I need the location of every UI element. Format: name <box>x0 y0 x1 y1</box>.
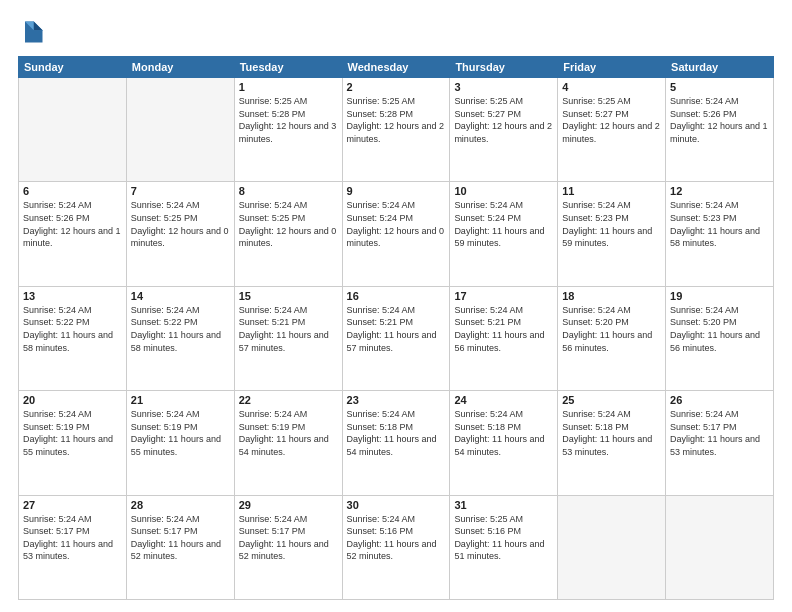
day-number: 13 <box>23 290 122 302</box>
calendar-cell <box>19 78 127 182</box>
day-info: Sunrise: 5:24 AM Sunset: 5:17 PM Dayligh… <box>23 513 122 563</box>
day-info: Sunrise: 5:24 AM Sunset: 5:26 PM Dayligh… <box>23 199 122 249</box>
calendar-cell: 13Sunrise: 5:24 AM Sunset: 5:22 PM Dayli… <box>19 286 127 390</box>
day-number: 23 <box>347 394 446 406</box>
day-info: Sunrise: 5:24 AM Sunset: 5:22 PM Dayligh… <box>131 304 230 354</box>
weekday-header-saturday: Saturday <box>666 57 774 78</box>
day-number: 4 <box>562 81 661 93</box>
calendar-cell: 29Sunrise: 5:24 AM Sunset: 5:17 PM Dayli… <box>234 495 342 599</box>
calendar-cell: 9Sunrise: 5:24 AM Sunset: 5:24 PM Daylig… <box>342 182 450 286</box>
day-number: 19 <box>670 290 769 302</box>
calendar-cell <box>126 78 234 182</box>
weekday-header-monday: Monday <box>126 57 234 78</box>
day-number: 10 <box>454 185 553 197</box>
day-info: Sunrise: 5:25 AM Sunset: 5:27 PM Dayligh… <box>454 95 553 145</box>
day-info: Sunrise: 5:24 AM Sunset: 5:25 PM Dayligh… <box>131 199 230 249</box>
day-info: Sunrise: 5:25 AM Sunset: 5:28 PM Dayligh… <box>239 95 338 145</box>
day-number: 8 <box>239 185 338 197</box>
day-info: Sunrise: 5:24 AM Sunset: 5:24 PM Dayligh… <box>454 199 553 249</box>
day-info: Sunrise: 5:24 AM Sunset: 5:20 PM Dayligh… <box>562 304 661 354</box>
day-info: Sunrise: 5:24 AM Sunset: 5:19 PM Dayligh… <box>131 408 230 458</box>
calendar-cell: 26Sunrise: 5:24 AM Sunset: 5:17 PM Dayli… <box>666 391 774 495</box>
svg-marker-2 <box>34 22 43 31</box>
week-row-5: 27Sunrise: 5:24 AM Sunset: 5:17 PM Dayli… <box>19 495 774 599</box>
day-number: 9 <box>347 185 446 197</box>
calendar-cell: 30Sunrise: 5:24 AM Sunset: 5:16 PM Dayli… <box>342 495 450 599</box>
calendar-cell: 6Sunrise: 5:24 AM Sunset: 5:26 PM Daylig… <box>19 182 127 286</box>
day-info: Sunrise: 5:25 AM Sunset: 5:28 PM Dayligh… <box>347 95 446 145</box>
day-number: 7 <box>131 185 230 197</box>
day-info: Sunrise: 5:24 AM Sunset: 5:23 PM Dayligh… <box>562 199 661 249</box>
day-number: 3 <box>454 81 553 93</box>
day-info: Sunrise: 5:24 AM Sunset: 5:21 PM Dayligh… <box>239 304 338 354</box>
calendar-cell: 23Sunrise: 5:24 AM Sunset: 5:18 PM Dayli… <box>342 391 450 495</box>
day-number: 22 <box>239 394 338 406</box>
calendar-cell: 21Sunrise: 5:24 AM Sunset: 5:19 PM Dayli… <box>126 391 234 495</box>
day-info: Sunrise: 5:24 AM Sunset: 5:18 PM Dayligh… <box>454 408 553 458</box>
logo-icon <box>18 18 46 46</box>
calendar-cell: 25Sunrise: 5:24 AM Sunset: 5:18 PM Dayli… <box>558 391 666 495</box>
calendar-cell: 20Sunrise: 5:24 AM Sunset: 5:19 PM Dayli… <box>19 391 127 495</box>
calendar-cell: 19Sunrise: 5:24 AM Sunset: 5:20 PM Dayli… <box>666 286 774 390</box>
calendar-cell: 22Sunrise: 5:24 AM Sunset: 5:19 PM Dayli… <box>234 391 342 495</box>
day-info: Sunrise: 5:25 AM Sunset: 5:16 PM Dayligh… <box>454 513 553 563</box>
day-info: Sunrise: 5:24 AM Sunset: 5:19 PM Dayligh… <box>239 408 338 458</box>
day-number: 25 <box>562 394 661 406</box>
day-info: Sunrise: 5:24 AM Sunset: 5:25 PM Dayligh… <box>239 199 338 249</box>
calendar-cell: 17Sunrise: 5:24 AM Sunset: 5:21 PM Dayli… <box>450 286 558 390</box>
calendar-table: SundayMondayTuesdayWednesdayThursdayFrid… <box>18 56 774 600</box>
day-number: 16 <box>347 290 446 302</box>
day-number: 20 <box>23 394 122 406</box>
day-number: 31 <box>454 499 553 511</box>
calendar-cell: 28Sunrise: 5:24 AM Sunset: 5:17 PM Dayli… <box>126 495 234 599</box>
calendar-cell: 16Sunrise: 5:24 AM Sunset: 5:21 PM Dayli… <box>342 286 450 390</box>
day-info: Sunrise: 5:24 AM Sunset: 5:17 PM Dayligh… <box>239 513 338 563</box>
day-number: 21 <box>131 394 230 406</box>
day-number: 14 <box>131 290 230 302</box>
weekday-header-tuesday: Tuesday <box>234 57 342 78</box>
calendar-cell: 3Sunrise: 5:25 AM Sunset: 5:27 PM Daylig… <box>450 78 558 182</box>
day-info: Sunrise: 5:24 AM Sunset: 5:26 PM Dayligh… <box>670 95 769 145</box>
calendar-cell: 2Sunrise: 5:25 AM Sunset: 5:28 PM Daylig… <box>342 78 450 182</box>
day-number: 6 <box>23 185 122 197</box>
day-number: 24 <box>454 394 553 406</box>
day-info: Sunrise: 5:24 AM Sunset: 5:20 PM Dayligh… <box>670 304 769 354</box>
calendar-cell: 1Sunrise: 5:25 AM Sunset: 5:28 PM Daylig… <box>234 78 342 182</box>
day-info: Sunrise: 5:24 AM Sunset: 5:17 PM Dayligh… <box>670 408 769 458</box>
calendar-cell: 4Sunrise: 5:25 AM Sunset: 5:27 PM Daylig… <box>558 78 666 182</box>
day-number: 28 <box>131 499 230 511</box>
calendar-cell: 12Sunrise: 5:24 AM Sunset: 5:23 PM Dayli… <box>666 182 774 286</box>
day-number: 15 <box>239 290 338 302</box>
calendar-cell <box>558 495 666 599</box>
day-number: 2 <box>347 81 446 93</box>
week-row-4: 20Sunrise: 5:24 AM Sunset: 5:19 PM Dayli… <box>19 391 774 495</box>
day-number: 11 <box>562 185 661 197</box>
day-info: Sunrise: 5:24 AM Sunset: 5:18 PM Dayligh… <box>347 408 446 458</box>
day-number: 26 <box>670 394 769 406</box>
weekday-header-friday: Friday <box>558 57 666 78</box>
calendar-cell <box>666 495 774 599</box>
week-row-2: 6Sunrise: 5:24 AM Sunset: 5:26 PM Daylig… <box>19 182 774 286</box>
day-info: Sunrise: 5:24 AM Sunset: 5:16 PM Dayligh… <box>347 513 446 563</box>
day-info: Sunrise: 5:24 AM Sunset: 5:21 PM Dayligh… <box>347 304 446 354</box>
day-number: 12 <box>670 185 769 197</box>
day-number: 30 <box>347 499 446 511</box>
week-row-3: 13Sunrise: 5:24 AM Sunset: 5:22 PM Dayli… <box>19 286 774 390</box>
day-info: Sunrise: 5:24 AM Sunset: 5:23 PM Dayligh… <box>670 199 769 249</box>
day-number: 5 <box>670 81 769 93</box>
day-number: 18 <box>562 290 661 302</box>
calendar-cell: 24Sunrise: 5:24 AM Sunset: 5:18 PM Dayli… <box>450 391 558 495</box>
calendar-cell: 8Sunrise: 5:24 AM Sunset: 5:25 PM Daylig… <box>234 182 342 286</box>
logo <box>18 18 50 46</box>
day-info: Sunrise: 5:24 AM Sunset: 5:21 PM Dayligh… <box>454 304 553 354</box>
day-info: Sunrise: 5:24 AM Sunset: 5:22 PM Dayligh… <box>23 304 122 354</box>
day-number: 27 <box>23 499 122 511</box>
calendar-cell: 10Sunrise: 5:24 AM Sunset: 5:24 PM Dayli… <box>450 182 558 286</box>
calendar-cell: 7Sunrise: 5:24 AM Sunset: 5:25 PM Daylig… <box>126 182 234 286</box>
calendar-cell: 5Sunrise: 5:24 AM Sunset: 5:26 PM Daylig… <box>666 78 774 182</box>
page: SundayMondayTuesdayWednesdayThursdayFrid… <box>0 0 792 612</box>
calendar-cell: 31Sunrise: 5:25 AM Sunset: 5:16 PM Dayli… <box>450 495 558 599</box>
weekday-header-sunday: Sunday <box>19 57 127 78</box>
calendar-cell: 11Sunrise: 5:24 AM Sunset: 5:23 PM Dayli… <box>558 182 666 286</box>
day-info: Sunrise: 5:24 AM Sunset: 5:24 PM Dayligh… <box>347 199 446 249</box>
